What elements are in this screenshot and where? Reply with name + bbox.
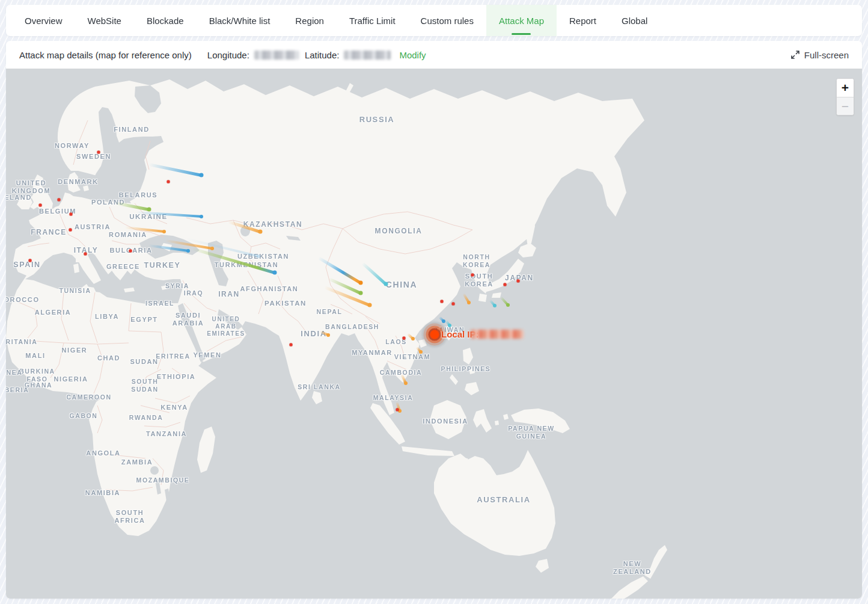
map-country-label: MONGOLIA xyxy=(375,227,423,235)
map-country-label: RUSSIA xyxy=(359,115,395,125)
map-toolbar: Attack map details (map for reference on… xyxy=(6,41,862,69)
attack-trail-head xyxy=(411,337,415,341)
map-country-label: SYRIA xyxy=(165,282,189,290)
attack-source-dot xyxy=(69,229,72,232)
map-country-label: RWANDA xyxy=(129,414,164,422)
map-country-label: ALGERIA xyxy=(35,309,72,316)
map-country-label: NEW ZEALAND xyxy=(613,560,652,576)
attack-trail-head xyxy=(448,324,451,327)
map-country-label: VIETNAM xyxy=(394,353,431,361)
map-country-label: SPAIN xyxy=(13,260,40,270)
tab-custom-rules[interactable]: Custom rules xyxy=(408,5,486,36)
attack-trail-head xyxy=(467,301,471,304)
map-country-label: LIBYA xyxy=(95,313,119,321)
attack-source-dot xyxy=(129,250,132,253)
map-country-label: SOUTH SUDAN xyxy=(131,378,158,393)
tab-report[interactable]: Report xyxy=(557,5,609,36)
map-country-label: NORTH KOREA xyxy=(463,253,491,268)
tab-black-white-list[interactable]: Black/White list xyxy=(197,5,283,36)
map-country-label: EGYPT xyxy=(130,316,157,324)
attack-source-dot xyxy=(29,259,32,262)
map-country-label: ETHIOPIA xyxy=(157,373,196,381)
tab-website[interactable]: WebSite xyxy=(75,5,134,36)
map-country-label: IRAN xyxy=(218,290,240,298)
attack-source-dot xyxy=(403,337,406,340)
tab-global[interactable]: Global xyxy=(609,5,660,36)
attack-source-dot xyxy=(290,344,293,347)
map-country-label: PAKISTAN xyxy=(264,300,307,308)
map-country-label: INDONESIA xyxy=(423,418,468,425)
latitude-value-redacted xyxy=(344,51,391,60)
attack-source-dot xyxy=(167,180,170,183)
map-country-label: PHILIPPINES xyxy=(441,365,491,373)
tab-region[interactable]: Region xyxy=(283,5,337,36)
map-country-label: BERIA xyxy=(6,386,29,394)
attack-trail-head xyxy=(384,282,388,286)
map-country-label: ANGOLA xyxy=(86,449,120,457)
attack-trail-head xyxy=(359,281,363,285)
map-country-label: SAUDI ARABIA xyxy=(173,312,204,327)
map-country-label: ELAND xyxy=(6,194,32,202)
map-country-label: MYANMAR xyxy=(352,349,393,357)
attack-map-panel: Attack map details (map for reference on… xyxy=(6,41,862,599)
attack-source-dot xyxy=(471,274,474,277)
attack-source-dot xyxy=(97,151,100,154)
attack-source-dot xyxy=(517,280,520,283)
map-country-label: NAMIBIA xyxy=(85,489,120,497)
map-country-label: NIGERIA xyxy=(53,375,88,383)
latitude-label: Latitude: xyxy=(305,50,340,60)
attack-source-dot xyxy=(84,253,87,256)
map-country-label: TUNISIA xyxy=(59,287,91,295)
fullscreen-button[interactable]: Full-screen xyxy=(790,50,849,60)
map-country-label: FINLAND xyxy=(114,126,149,134)
map-country-label: AFGHANISTAN xyxy=(240,285,299,293)
map-country-label: RITANIA xyxy=(6,338,38,346)
map-country-label: FRANCE xyxy=(31,228,67,236)
attack-source-dot xyxy=(452,303,455,306)
map-country-label: UNITED ARAB EMIRATES xyxy=(207,316,245,337)
attack-trail-head xyxy=(200,215,203,218)
attack-trail-head xyxy=(257,254,260,258)
attack-trail-head xyxy=(186,249,190,253)
map-country-label: SWEDEN xyxy=(76,153,111,161)
map-country-label: MOZAMBIQUE xyxy=(136,476,190,484)
map-country-label: PAPUA NEW GUINEA xyxy=(508,425,554,440)
local-ip-pulse-icon xyxy=(430,330,439,339)
fullscreen-label: Full-screen xyxy=(804,50,849,60)
attack-trail-head xyxy=(359,291,363,295)
longitude-value-redacted xyxy=(254,51,299,60)
attack-trail-head xyxy=(210,247,214,250)
map-country-label: NEPAL xyxy=(317,308,343,316)
tab-attack-map[interactable]: Attack Map xyxy=(486,5,557,36)
tab-traffic-limit[interactable]: Traffic Limit xyxy=(337,5,408,36)
map-country-label: OROCCO xyxy=(6,296,40,304)
attack-source-dot xyxy=(441,300,444,303)
zoom-in-button[interactable]: + xyxy=(837,79,854,97)
map-country-label: SOUTH AFRICA xyxy=(114,509,145,525)
local-ip-value-redacted xyxy=(471,330,524,339)
map-country-label: IRAQ xyxy=(184,289,204,297)
tab-overview[interactable]: Overview xyxy=(12,5,75,36)
map-country-label: ERITREA xyxy=(156,353,190,360)
attack-trail-head xyxy=(273,271,277,275)
attack-source-dot xyxy=(504,283,507,286)
map-country-label: MALAYSIA xyxy=(373,394,414,402)
map-country-label: SOUTH KOREA xyxy=(465,273,494,288)
map-country-label: SRI LANKA xyxy=(298,383,341,391)
map-country-label: SUDAN xyxy=(130,358,158,366)
attack-trail-head xyxy=(258,230,263,234)
attack-trail-head xyxy=(419,350,423,354)
modify-link[interactable]: Modify xyxy=(399,50,426,60)
attack-source-dot xyxy=(39,204,42,207)
zoom-out-button[interactable]: − xyxy=(837,97,854,115)
attack-trail-head xyxy=(162,230,166,233)
attack-map-canvas[interactable]: RUSSIAFINLANDNORWAYSWEDENDENMARKUNITED K… xyxy=(6,69,862,599)
attack-trail-head xyxy=(147,208,151,212)
attack-trail-head xyxy=(493,304,497,307)
attack-trail-head xyxy=(404,381,408,385)
map-country-label: YEMEN xyxy=(193,351,221,359)
map-country-label: GABON xyxy=(69,412,97,420)
tab-blockade[interactable]: Blockade xyxy=(134,5,197,36)
map-country-label: BANGLADESH xyxy=(325,323,379,331)
attack-trail-head xyxy=(200,173,204,177)
